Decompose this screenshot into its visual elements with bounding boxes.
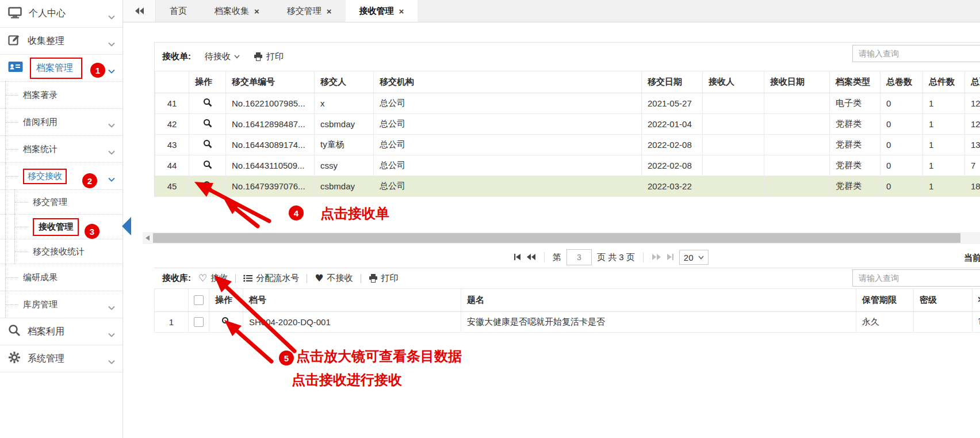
sidebar-item-label: 移交管理 — [33, 197, 67, 208]
sidebar-item-personal-center[interactable]: 个人中心 — [0, 0, 122, 27]
page-number-input[interactable] — [566, 249, 592, 265]
col-total-items: 总件数 — [923, 71, 965, 93]
table-row[interactable]: 44 No.16443110509... cssy 总公司 2022-02-08… — [155, 155, 980, 176]
chevron-down-icon — [108, 120, 115, 130]
tab-home[interactable]: 首页 — [156, 0, 201, 22]
first-page-icon[interactable] — [514, 253, 521, 262]
view-magnifier-icon[interactable] — [189, 155, 226, 176]
table-body: 1 SH004-2020-DQ-001 安徽大健康是否噁就开始复活卡是否 永久 … — [155, 312, 980, 333]
status-filter-dropdown[interactable]: 待接收 — [205, 51, 240, 62]
step-badge-2: 2 — [82, 173, 97, 188]
sidebar-item-archive-stats[interactable]: 档案统计 — [0, 135, 122, 162]
sidebar-item-transfer-receive-stats[interactable]: 移交接收统计 — [0, 239, 122, 264]
cell-order-no: No.16443110509... — [226, 155, 315, 176]
last-page-icon[interactable] — [667, 253, 674, 262]
close-icon[interactable]: × — [399, 7, 404, 16]
assign-serial-button[interactable]: 分配流水号 — [243, 273, 299, 284]
cell-transfer-org: 总公司 — [374, 93, 642, 114]
tab-transfer-management[interactable]: 移交管理 × — [273, 0, 346, 22]
scroll-left-icon[interactable] — [143, 232, 152, 244]
sidebar-item-borrow[interactable]: 借阅利用 — [0, 108, 122, 135]
horizontal-scrollbar[interactable] — [143, 232, 980, 244]
cell-total-items: 1 — [923, 155, 965, 176]
sidebar-item-warehouse[interactable]: 库房管理 — [0, 291, 122, 318]
cell-receiver — [703, 114, 764, 135]
cell-archive-type: 党群类 — [830, 155, 881, 176]
cell-archive-type: 党群类 — [830, 176, 881, 197]
close-icon[interactable]: × — [254, 7, 259, 16]
table-row[interactable]: 45 No.16479397076... csbmday 总公司 2022-03… — [155, 176, 980, 197]
col-secret-level: 密级 — [914, 289, 973, 312]
reject-label: 不接收 — [327, 273, 353, 284]
prev-page-icon[interactable] — [526, 253, 536, 262]
col-status: 状态 — [973, 289, 980, 312]
chevron-down-icon — [108, 39, 115, 49]
col-receiver: 接收人 — [703, 71, 764, 93]
col-total-pages: 总页数 — [965, 71, 980, 93]
divider — [307, 274, 307, 283]
cell-total-items: 1 — [923, 114, 965, 135]
row-checkbox[interactable] — [189, 312, 209, 333]
sidebar-item-archive-use[interactable]: 档案利用 — [0, 318, 122, 345]
view-magnifier-icon[interactable] — [189, 176, 226, 197]
sidebar-item-transfer-receive[interactable]: 移交接收 — [0, 162, 122, 189]
sidebar-item-archive-catalog[interactable]: 档案著录 — [0, 81, 122, 108]
sidebar-item-label: 移交接收 — [28, 171, 62, 182]
chevron-down-icon — [108, 147, 115, 157]
search-input[interactable] — [852, 45, 980, 62]
view-magnifier-icon[interactable] — [189, 114, 226, 135]
receive-order-panel: 接收单: 待接收 打印 操作 移交单编号 移交人 移交机构 移交日期 接收人 — [154, 42, 980, 197]
view-magnifier-icon[interactable] — [209, 312, 243, 333]
tab-archive-collect[interactable]: 档案收集 × — [201, 0, 273, 22]
print-label: 打印 — [381, 273, 399, 284]
cell-order-no: No.16412898487... — [226, 114, 315, 135]
tab-label: 档案收集 — [215, 6, 249, 17]
sidebar-item-receive-management[interactable]: 接收管理 — [0, 214, 122, 239]
col-rownum — [155, 71, 189, 93]
col-file-no: 档号 — [243, 289, 461, 312]
pagination-bar: 第 页 共 3 页 20 — [514, 249, 709, 265]
next-page-icon[interactable] — [652, 253, 661, 262]
sidebar-item-research[interactable]: 编研成果 — [0, 264, 122, 291]
select-all-checkbox[interactable] — [189, 289, 209, 312]
col-order-no: 移交单编号 — [226, 71, 315, 93]
cell-transfer-person: csbmday — [315, 114, 374, 135]
cell-total-pages: 12 — [965, 114, 980, 135]
receive-order-table: 操作 移交单编号 移交人 移交机构 移交日期 接收人 接收日期 档案类型 总卷数… — [155, 71, 980, 197]
table-header: 操作 档号 题名 保管期限 密级 状态 — [155, 289, 980, 312]
chevron-down-icon — [108, 12, 115, 22]
sidebar: 个人中心 收集整理 档案管理 档案著录 借阅利用 档案统计 移交接收 — [0, 0, 123, 438]
table-row[interactable]: 43 No.16443089174... ty童杨 总公司 2022-02-08… — [155, 135, 980, 155]
cell-transfer-date: 2022-03-22 — [642, 176, 703, 197]
close-icon[interactable]: × — [327, 7, 332, 16]
view-magnifier-icon[interactable] — [189, 135, 226, 155]
reject-button[interactable]: ♥ 不接收 — [315, 273, 353, 284]
cell-title: 安徽大健康是否噁就开始复活卡是否 — [461, 312, 856, 333]
cell-transfer-org: 总公司 — [374, 155, 642, 176]
tab-receive-management[interactable]: 接收管理 × — [346, 0, 418, 22]
sidebar-item-system[interactable]: 系统管理 — [0, 345, 122, 372]
heart-filled-icon: ♥ — [315, 273, 323, 283]
search-input[interactable] — [852, 269, 980, 287]
cell-secret-level — [914, 312, 973, 333]
view-magnifier-icon[interactable] — [189, 93, 226, 114]
sidebar-item-collect[interactable]: 收集整理 — [0, 27, 122, 54]
page-size-value: 20 — [684, 253, 694, 262]
cell-transfer-org: 总公司 — [374, 176, 642, 197]
sidebar-item-label: 移交接收统计 — [33, 246, 85, 257]
cell-archive-type: 党群类 — [830, 135, 881, 155]
table-row[interactable]: 42 No.16412898487... csbmday 总公司 2022-01… — [155, 114, 980, 135]
collapse-tabs-icon[interactable] — [123, 0, 156, 22]
sidebar-item-transfer-management[interactable]: 移交管理 — [0, 189, 122, 214]
search-icon — [8, 324, 21, 339]
chevron-down-icon — [108, 329, 115, 340]
table-row[interactable]: 1 SH004-2020-DQ-001 安徽大健康是否噁就开始复活卡是否 永久 … — [155, 312, 980, 333]
receive-button[interactable]: ♡ 接收 — [198, 273, 228, 284]
row-number: 43 — [155, 135, 189, 155]
table-row[interactable]: 41 No.16221007985... x 总公司 2021-05-27 电子… — [155, 93, 980, 114]
print-button[interactable]: 打印 — [369, 273, 399, 284]
print-button[interactable]: 打印 — [254, 51, 284, 62]
sidebar-item-label: 档案利用 — [28, 326, 64, 338]
scrollbar-thumb[interactable] — [153, 233, 960, 243]
page-size-select[interactable]: 20 — [679, 250, 709, 265]
